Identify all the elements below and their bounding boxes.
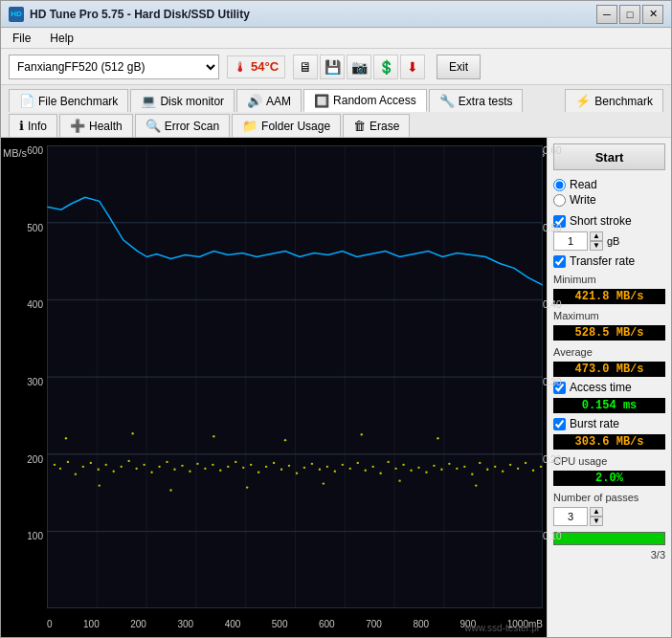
- svg-point-14: [90, 462, 92, 464]
- svg-point-19: [127, 460, 129, 462]
- tab-folder-usage[interactable]: 📁 Folder Usage: [232, 114, 341, 137]
- random-access-icon: 🔲: [314, 94, 329, 108]
- tab-info[interactable]: ℹ Info: [9, 114, 57, 137]
- toolbar-icon-group: 🖥 💾 📷 💲 ⬇: [293, 55, 425, 79]
- menu-bar: File Help: [1, 28, 671, 49]
- svg-point-45: [326, 466, 328, 468]
- svg-point-35: [250, 464, 252, 466]
- toolbar-icon-4[interactable]: 💲: [373, 55, 398, 79]
- svg-point-47: [342, 464, 344, 466]
- svg-point-25: [173, 469, 175, 471]
- svg-point-41: [296, 473, 298, 474]
- exit-button[interactable]: Exit: [437, 55, 481, 79]
- svg-point-63: [463, 466, 465, 468]
- tab-random-access[interactable]: 🔲 Random Access: [303, 89, 427, 112]
- svg-point-11: [67, 461, 69, 463]
- svg-point-26: [181, 465, 183, 467]
- temperature-badge: 🌡 54°C: [227, 55, 285, 78]
- tab-disk-monitor[interactable]: 💻 Disk monitor: [130, 89, 235, 112]
- svg-point-22: [150, 472, 152, 473]
- svg-point-30: [212, 464, 213, 466]
- svg-point-18: [121, 466, 123, 468]
- toolbar-icon-5[interactable]: ⬇: [400, 55, 425, 79]
- svg-point-61: [448, 463, 450, 465]
- content-area: MB/s ms 600 500 400 300 200 100 0.60 0.5…: [1, 138, 671, 637]
- tab-folder-usage-label: Folder Usage: [261, 120, 330, 133]
- svg-point-42: [303, 467, 305, 469]
- svg-point-20: [135, 468, 137, 470]
- svg-point-60: [440, 469, 442, 471]
- short-stroke-unit: gB: [607, 235, 619, 247]
- short-stroke-up[interactable]: ▲: [590, 231, 603, 241]
- toolbar-icon-3[interactable]: 📷: [347, 55, 371, 79]
- tab-aam-label: AAM: [266, 95, 291, 108]
- extra-tests-icon: 🔧: [439, 94, 455, 108]
- file-benchmark-icon: 📄: [19, 94, 34, 108]
- svg-point-44: [319, 469, 321, 471]
- tab-error-scan[interactable]: 🔍 Error Scan: [135, 114, 230, 137]
- svg-point-52: [379, 473, 381, 474]
- svg-point-72: [532, 470, 534, 472]
- short-stroke-down[interactable]: ▼: [590, 241, 603, 251]
- svg-point-85: [475, 484, 477, 486]
- svg-point-9: [54, 464, 56, 466]
- svg-point-68: [502, 471, 504, 473]
- svg-point-64: [471, 473, 473, 475]
- error-scan-icon: 🔍: [146, 119, 161, 133]
- svg-point-32: [227, 466, 229, 468]
- tab-benchmark-label: Benchmark: [594, 95, 653, 108]
- aam-icon: 🔊: [247, 94, 262, 108]
- benchmark-icon: ⚡: [575, 94, 591, 108]
- svg-point-29: [204, 468, 206, 470]
- svg-point-83: [398, 479, 400, 481]
- transfer-rate-label: Transfer rate: [570, 254, 635, 268]
- svg-point-34: [242, 467, 244, 469]
- svg-point-81: [323, 482, 325, 484]
- svg-point-15: [98, 469, 100, 471]
- svg-point-24: [166, 461, 168, 463]
- tab-erase[interactable]: 🗑 Erase: [343, 114, 410, 137]
- svg-point-62: [456, 468, 458, 470]
- passes-up[interactable]: ▲: [590, 507, 603, 517]
- svg-point-82: [361, 433, 363, 435]
- drive-select[interactable]: FanxiangFF520 (512 gB): [9, 55, 219, 79]
- tab-health[interactable]: ➕ Health: [59, 114, 133, 137]
- tab-aam[interactable]: 🔊 AAM: [236, 89, 302, 112]
- tab-health-label: Health: [89, 120, 123, 133]
- tab-disk-monitor-label: Disk monitor: [160, 95, 224, 108]
- main-window: HD HD Tune Pro 5.75 - Hard Disk/SSD Util…: [0, 0, 672, 638]
- minimize-button[interactable]: ─: [596, 5, 617, 24]
- window-title: HD Tune Pro 5.75 - Hard Disk/SSD Utility: [30, 8, 250, 21]
- tab-extra-tests[interactable]: 🔧 Extra tests: [429, 89, 524, 112]
- passes-down[interactable]: ▼: [590, 517, 603, 526]
- svg-point-23: [158, 466, 160, 468]
- svg-point-67: [494, 466, 496, 468]
- title-bar-controls: ─ □ ✕: [596, 5, 663, 24]
- svg-point-79: [246, 486, 248, 488]
- close-button[interactable]: ✕: [642, 5, 663, 24]
- svg-point-10: [59, 468, 61, 470]
- tab-benchmark[interactable]: ⚡ Benchmark: [565, 89, 663, 112]
- folder-usage-icon: 📁: [242, 119, 258, 133]
- tab-erase-label: Erase: [370, 120, 399, 133]
- toolbar-icon-2[interactable]: 💾: [320, 55, 345, 79]
- toolbar-icon-1[interactable]: 🖥: [293, 55, 318, 79]
- svg-point-59: [433, 465, 435, 467]
- svg-point-46: [334, 471, 336, 473]
- access-time-label: Access time: [570, 381, 632, 394]
- svg-point-80: [284, 439, 286, 441]
- svg-point-71: [525, 462, 526, 464]
- chart-inner: 600 500 400 300 200 100 0.60 0.50 0.40 0…: [47, 145, 543, 608]
- maximize-button[interactable]: □: [619, 5, 640, 24]
- svg-point-58: [425, 472, 427, 473]
- menu-help[interactable]: Help: [46, 31, 78, 46]
- menu-file[interactable]: File: [9, 31, 34, 46]
- svg-point-38: [273, 462, 275, 464]
- svg-point-27: [189, 471, 190, 473]
- svg-point-56: [410, 470, 412, 472]
- y-axis-left: 600 500 400 300 200 100: [9, 145, 43, 608]
- tab-file-benchmark[interactable]: 📄 File Benchmark: [9, 89, 128, 112]
- health-icon: ➕: [70, 119, 85, 133]
- toolbar: FanxiangFF520 (512 gB) 🌡 54°C 🖥 💾 📷 💲 ⬇ …: [1, 49, 671, 85]
- title-bar: HD HD Tune Pro 5.75 - Hard Disk/SSD Util…: [1, 1, 671, 28]
